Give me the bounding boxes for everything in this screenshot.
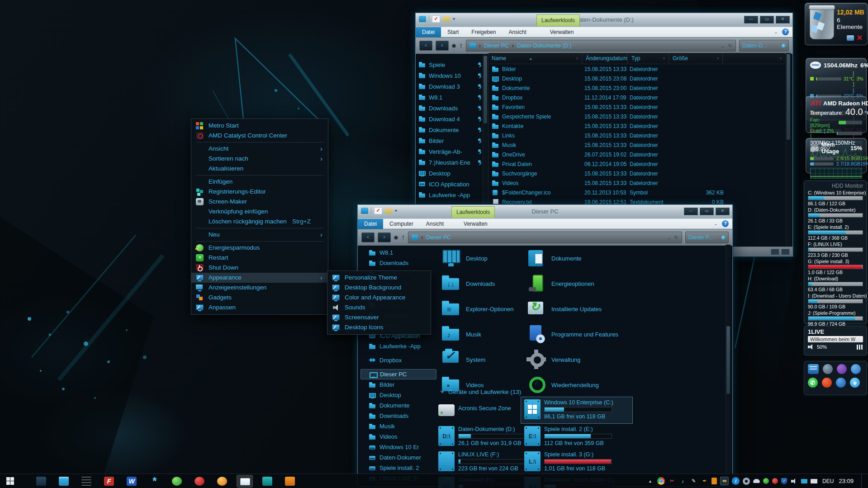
taskbar-app-button[interactable] [33, 475, 49, 487]
network-icon[interactable] [801, 479, 807, 483]
titlebar[interactable]: ✓ ▾ Daten-Dokumente (D:) Laufwerktools —… [416, 13, 792, 27]
greendot-icon[interactable] [763, 478, 769, 484]
search-input[interactable]: Dieser P... [685, 232, 729, 243]
drive-g[interactable]: L:\ Spiele install. 3 (G:) 1,01 GB frei … [524, 451, 628, 472]
breadcrumb[interactable]: › Dieser PC › Daten-Dokumente (D:) ⌄ ↻ [466, 40, 736, 52]
menu-item-ansicht[interactable]: Ansicht› [191, 144, 328, 154]
sidebar-item[interactable]: Spiele install. 2 [360, 463, 436, 473]
menu-item-anpassen[interactable]: Anpassen [191, 303, 328, 313]
tree-item[interactable]: Desktop [418, 168, 483, 179]
tab-datei[interactable]: Datei [416, 27, 441, 37]
column-name[interactable]: Name ▴ [489, 53, 582, 64]
breadcrumb[interactable]: › Dieser PC ⌄ ↻ [408, 232, 682, 243]
sidebar-item[interactable]: Videos [360, 431, 436, 442]
submenu-item-desktop-icons[interactable]: Desktop Icons [327, 322, 431, 332]
taskbar-app-button[interactable] [79, 475, 94, 487]
submenu-item-sounds[interactable]: Sounds [327, 303, 431, 313]
minimize-button[interactable]: — [744, 16, 758, 24]
chrome-icon[interactable] [657, 477, 665, 485]
gear-icon[interactable] [743, 478, 750, 485]
help-icon[interactable]: ? [722, 220, 729, 227]
menu-item-appearance[interactable]: Appearance› [191, 273, 328, 283]
system-folder-item[interactable]: Dokumente [526, 246, 610, 271]
tree-item[interactable]: W8.1 [418, 92, 483, 103]
system-folder-item[interactable]: System [441, 347, 524, 372]
monitor99-icon[interactable]: 99 [720, 477, 729, 485]
file-row[interactable]: Links 15.08.2015 13:33 Dateiordner [489, 131, 785, 140]
sidebar-item[interactable]: Daten-Dokumer [360, 452, 436, 463]
clipboard-icon[interactable] [711, 478, 717, 484]
cloud-icon[interactable] [753, 479, 760, 483]
sidebar-item[interactable]: Downloads [360, 258, 436, 268]
sidebar-item[interactable]: Musik [360, 421, 436, 431]
submenu-item-personalize-theme[interactable]: Personalize Theme [327, 273, 431, 283]
sidebar-item[interactable]: W8.1 [360, 247, 436, 258]
maximize-button[interactable]: ▭ [700, 208, 714, 215]
menu-item-metro-start[interactable]: Metro Start [191, 121, 328, 131]
taskbar-app-button[interactable] [56, 475, 71, 487]
up-button[interactable]: ↑ [401, 233, 405, 242]
up-button[interactable]: ↑ [459, 41, 463, 50]
file-row[interactable]: Desktop 15.08.2015 23:08 Dateiordner [489, 74, 785, 83]
menu-item-neu[interactable]: Neu› [191, 230, 328, 240]
forward-button[interactable]: › [378, 232, 391, 242]
devices-and-drives-header[interactable]: Geräte und Laufwerke (13) [440, 389, 521, 395]
whatsapp-icon[interactable]: ✆ [808, 378, 818, 388]
sidebar-item[interactable]: Dieser PC [360, 369, 436, 379]
tree-item[interactable]: Laufwerke -App [418, 190, 483, 200]
menu-item-loeschen-rueckgaengig[interactable]: Löschen rückgängig machen Strg+Z [191, 217, 328, 227]
sidebar-item[interactable]: Dropbox [360, 355, 436, 365]
system-folder-item[interactable]: Wiederherstellung [526, 372, 610, 398]
file-row[interactable]: Dokumente 15.08.2015 23:00 Dateiordner [489, 83, 785, 93]
submenu-item-desktop-background[interactable]: Desktop Background [327, 283, 431, 293]
taskbar-app-button[interactable] [260, 475, 275, 487]
keyboard-icon[interactable] [811, 479, 817, 483]
taskbar-app-button[interactable] [282, 475, 298, 487]
column-type[interactable]: Typ [628, 53, 669, 64]
tab-verwalten[interactable]: Verwalten [544, 27, 580, 37]
quill-icon[interactable]: ✒ [701, 477, 708, 485]
taskbar-app-button[interactable]: * [147, 475, 162, 487]
file-row[interactable]: Favoriten 15.08.2015 13:33 Dateiordner [489, 102, 785, 112]
refresh-icon[interactable]: ↻ [674, 235, 678, 241]
empty-bin-icon[interactable]: ✕ [857, 35, 863, 41]
submenu-item-screensaver[interactable]: Screensaver [327, 313, 431, 322]
launcher-app-icon[interactable] [836, 378, 846, 388]
taskbar-app-button[interactable]: W [124, 475, 139, 487]
menu-item-gadgets[interactable]: Gadgets [191, 293, 328, 303]
content-scrollbar[interactable] [726, 245, 730, 483]
recent-locations-button[interactable] [394, 236, 398, 240]
menu-item-sortieren-nach[interactable]: Sortieren nach› [191, 154, 328, 164]
tab-freigeben[interactable]: Freigeben [465, 27, 502, 37]
thumbnails-view-icon[interactable] [781, 249, 790, 255]
menu-item-shut-down[interactable]: Shut Down [191, 263, 328, 273]
details-view-icon[interactable] [771, 249, 779, 255]
menu-item-screen-maker[interactable]: Screen-Maker [191, 197, 328, 207]
pen-icon[interactable]: ✎ [690, 477, 697, 485]
internet-explorer-icon[interactable]: e [850, 378, 860, 388]
submenu-item-color-and-appearance[interactable]: Color and Appearance [327, 293, 431, 303]
file-row[interactable]: Videos 15.08.2015 13:33 Dateiordner [489, 178, 785, 188]
sidebar-item[interactable]: Windows 10 Er [360, 442, 436, 452]
scissors-icon[interactable]: ✂ [668, 477, 676, 485]
tree-item[interactable]: Windows 10 [418, 70, 483, 81]
tree-item[interactable]: Dokumente [418, 124, 483, 135]
system-folder-item[interactable]: Energieoptionen [526, 271, 610, 296]
breadcrumb-dropdown-chevron-icon[interactable]: ⌄ [667, 235, 671, 241]
info-icon[interactable]: i [732, 477, 740, 485]
drive-tools-tab[interactable]: Laufwerktools [451, 206, 495, 218]
breadcrumb-dieser-pc[interactable]: Dieser PC [484, 43, 509, 49]
launcher-app-icon[interactable] [823, 364, 833, 374]
sidebar-item[interactable]: Bilder [360, 379, 436, 390]
back-button[interactable]: ‹ [361, 232, 375, 242]
file-row[interactable]: Bilder 15.08.2015 13:33 Dateiordner [489, 64, 785, 74]
ribbon-collapse-chevron-icon[interactable]: ⌄ [714, 221, 718, 227]
recycle-bin-gadget[interactable]: 12,02 MB 6 Elemente ✕ [805, 3, 868, 45]
reddot-icon[interactable] [772, 478, 778, 484]
system-folder-item[interactable]: ≡ Explorer-Optionen [441, 296, 524, 322]
file-row[interactable]: Gespeicherte Spiele 15.08.2015 13:33 Dat… [489, 112, 785, 121]
ribbon-collapse-chevron-icon[interactable]: ⌄ [774, 29, 778, 35]
recorder-icon[interactable]: ♪ [679, 477, 687, 485]
keyboard-language[interactable]: DEU [822, 478, 834, 484]
system-folder-item[interactable]: Programme und Features [526, 322, 610, 347]
